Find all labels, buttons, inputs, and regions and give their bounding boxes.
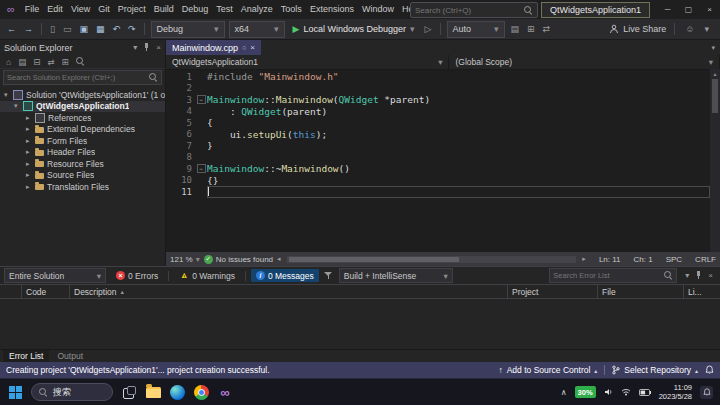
- tree-item-project[interactable]: ▾ QtWidgetsApplication1: [0, 101, 165, 113]
- zoom-control[interactable]: 121 % ▾: [170, 255, 200, 264]
- collapse-all-icon[interactable]: ⊟: [33, 57, 40, 67]
- column-header-description[interactable]: Description▲: [70, 285, 508, 298]
- editor-vertical-scrollbar[interactable]: ▲: [710, 69, 720, 252]
- fold-collapse-icon[interactable]: −: [197, 164, 206, 173]
- error-list-body[interactable]: [0, 299, 720, 352]
- home-icon[interactable]: ⌂: [6, 57, 11, 67]
- navigate-forward-icon[interactable]: →: [22, 24, 35, 34]
- solution-explorer-search-box[interactable]: [3, 70, 162, 85]
- add-item-icon[interactable]: ⊞: [61, 57, 68, 67]
- notification-center-button[interactable]: [700, 386, 713, 399]
- chevron-right-icon[interactable]: ▸: [26, 171, 35, 179]
- task-view-button[interactable]: [121, 384, 137, 400]
- break-all-icon[interactable]: ⊞: [525, 24, 537, 34]
- quick-search-input[interactable]: [415, 6, 520, 15]
- errors-filter-button[interactable]: × 0 Errors: [111, 269, 163, 282]
- edge-browser-button[interactable]: [169, 384, 185, 400]
- menu-git[interactable]: Git: [94, 0, 114, 19]
- scroll-up-icon[interactable]: ▲: [710, 69, 720, 77]
- chevron-right-icon[interactable]: ▸: [26, 160, 35, 168]
- menu-edit[interactable]: Edit: [43, 0, 67, 19]
- source-filter-dropdown[interactable]: Build + IntelliSense ▾: [339, 268, 453, 283]
- scroll-right-icon[interactable]: ▸: [582, 255, 586, 263]
- warnings-filter-button[interactable]: ▲ ! 0 Warnings: [174, 269, 240, 282]
- pin-icon[interactable]: [143, 43, 150, 52]
- menu-project[interactable]: Project: [114, 0, 150, 19]
- tree-item-header-files[interactable]: ▸Header Files: [0, 147, 165, 159]
- nav-project-dropdown[interactable]: QtWidgetsApplication1 ▾: [166, 55, 449, 69]
- configuration-dropdown[interactable]: Debug ▾: [151, 21, 225, 38]
- tree-item-translation-files[interactable]: ▸Translation Files: [0, 181, 165, 193]
- tab-state-icon[interactable]: ○: [242, 44, 246, 51]
- panel-tab-output[interactable]: Output: [51, 350, 89, 363]
- scrollbar-thumb[interactable]: [712, 79, 718, 113]
- tree-item-resource-files[interactable]: ▸Resource Files: [0, 158, 165, 170]
- navigate-back-icon[interactable]: ←: [5, 24, 18, 34]
- error-list-search-input[interactable]: [553, 271, 661, 280]
- tree-item-references[interactable]: ▸References: [0, 112, 165, 124]
- tree-item-solution[interactable]: ▾ Solution 'QtWidgetsApplication1' (1 of…: [0, 89, 165, 101]
- code-line[interactable]: 8: [166, 152, 710, 164]
- filter-icon[interactable]: [324, 271, 334, 281]
- start-without-debugging-icon[interactable]: ▷: [423, 24, 434, 34]
- fold-collapse-icon[interactable]: −: [197, 95, 206, 104]
- close-icon[interactable]: ×: [708, 271, 713, 280]
- chevron-down-icon[interactable]: ▾: [4, 91, 13, 99]
- close-icon[interactable]: ×: [250, 43, 255, 52]
- select-repository-button[interactable]: Select Repository ▴: [612, 365, 698, 375]
- quick-search-box[interactable]: [410, 2, 538, 18]
- chevron-right-icon[interactable]: ▸: [26, 183, 35, 191]
- code-line[interactable]: 7}: [166, 140, 710, 152]
- taskbar-search-button[interactable]: 搜索: [31, 383, 113, 401]
- add-to-source-control-button[interactable]: ↑ Add to Source Control ▴: [498, 365, 597, 375]
- chevron-right-icon[interactable]: ▸: [26, 137, 35, 145]
- menu-window[interactable]: Window: [358, 0, 398, 19]
- scope-filter-dropdown[interactable]: Entire Solution ▾: [4, 268, 106, 283]
- code-line[interactable]: 11: [166, 186, 710, 198]
- chevron-down-icon[interactable]: ▾: [133, 43, 137, 52]
- menu-extensions[interactable]: Extensions: [306, 0, 358, 19]
- filter-search-icon[interactable]: [76, 57, 85, 66]
- column-header-project[interactable]: Project: [508, 285, 598, 298]
- speaker-icon[interactable]: [604, 388, 613, 396]
- code-line[interactable]: 9−Mainwindow::~Mainwindow(): [166, 163, 710, 175]
- battery-percentage-badge[interactable]: 30%: [575, 386, 596, 398]
- scrollbar-thumb[interactable]: [289, 257, 459, 262]
- chevron-right-icon[interactable]: ▸: [26, 148, 35, 156]
- close-button[interactable]: ×: [699, 0, 720, 19]
- column-header-li[interactable]: Li...: [684, 285, 720, 298]
- notifications-bell-icon[interactable]: [705, 365, 714, 375]
- nav-scope-dropdown[interactable]: (Global Scope) ▾: [449, 55, 720, 69]
- taskbar-clock[interactable]: 11:09 2023/5/28: [659, 383, 692, 401]
- open-file-icon[interactable]: ▭: [61, 24, 74, 34]
- chevron-down-icon[interactable]: ▾: [685, 271, 689, 280]
- menu-build[interactable]: Build: [150, 0, 178, 19]
- tree-item-form-files[interactable]: ▸Form Files: [0, 135, 165, 147]
- battery-icon[interactable]: [639, 389, 651, 396]
- code-line[interactable]: 10{}: [166, 175, 710, 187]
- code-area[interactable]: 1#include "Mainwindow.h"23−Mainwindow::M…: [166, 69, 710, 252]
- chevron-right-icon[interactable]: ▸: [26, 114, 35, 122]
- show-all-files-icon[interactable]: ▤: [18, 57, 26, 67]
- file-explorer-button[interactable]: [145, 384, 161, 400]
- platform-dropdown[interactable]: x64 ▾: [229, 21, 285, 38]
- save-icon[interactable]: ▣: [77, 24, 90, 34]
- tray-overflow-chevron-icon[interactable]: ∧: [561, 388, 567, 397]
- code-line[interactable]: 1#include "Mainwindow.h": [166, 71, 710, 83]
- maximize-button[interactable]: ▢: [678, 0, 699, 19]
- live-share-button[interactable]: Live Share: [609, 24, 666, 34]
- pin-icon[interactable]: [695, 271, 702, 280]
- save-all-icon[interactable]: ▦: [94, 24, 107, 34]
- code-line[interactable]: 2: [166, 83, 710, 95]
- menu-debug[interactable]: Debug: [178, 0, 213, 19]
- solution-explorer-search-input[interactable]: [7, 73, 146, 82]
- code-line[interactable]: 5{: [166, 117, 710, 129]
- column-header-code[interactable]: Code: [22, 285, 70, 298]
- menu-file[interactable]: File: [21, 0, 44, 19]
- wifi-icon[interactable]: [621, 388, 631, 396]
- horizontal-scrollbar[interactable]: [287, 256, 577, 263]
- scroll-left-icon[interactable]: ◂: [277, 255, 281, 263]
- toolbar-overflow-icon[interactable]: ▾: [702, 24, 711, 34]
- tree-item-source-files[interactable]: ▸Source Files: [0, 170, 165, 182]
- feedback-icon[interactable]: ☺: [683, 24, 696, 34]
